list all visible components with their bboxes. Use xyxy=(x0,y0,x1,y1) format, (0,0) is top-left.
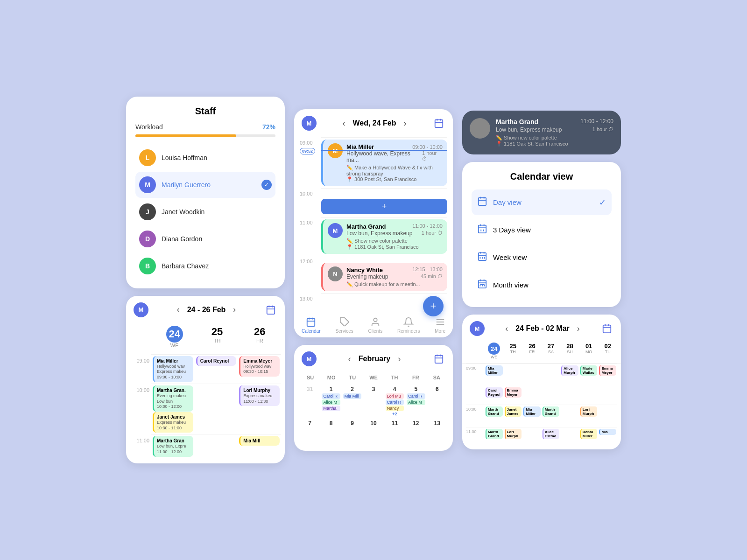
week-appt[interactable]: Alice Murph xyxy=(561,365,578,376)
top-card-avatar xyxy=(470,118,490,139)
prev-day-btn[interactable]: ‹ xyxy=(339,118,348,129)
appt-block[interactable]: Martha Gran Low bun, Expre 11:00 - 12:00 xyxy=(153,436,193,456)
prev-month-btn[interactable]: ‹ xyxy=(345,353,354,365)
nav-reminders[interactable]: Reminders xyxy=(397,317,420,334)
cal-icon[interactable] xyxy=(432,352,445,365)
week-appt[interactable]: Mia xyxy=(599,429,616,435)
staff-item-selected[interactable]: M Marilyn Guerrero ✓ xyxy=(135,172,275,198)
nav-more[interactable]: More xyxy=(435,317,445,334)
staff-list: L Louisa Hoffman M Marilyn Guerrero ✓ J … xyxy=(135,145,275,279)
month-panel: M ‹ February › SU MO TU WE TH FR SA xyxy=(294,345,453,451)
wday-27: 27 SA xyxy=(542,343,561,359)
appt-block[interactable]: Mia Mill xyxy=(239,436,280,446)
month-cell-8[interactable]: 8 xyxy=(321,419,341,445)
cell-num: 10 xyxy=(364,420,382,427)
next-day-btn[interactable]: › xyxy=(401,118,409,129)
month-cell-5[interactable]: 5 Carol R Alice M xyxy=(406,385,426,417)
appt-name: Emma Meyer xyxy=(507,388,518,397)
week-cal-icon[interactable] xyxy=(600,322,613,335)
week-appt[interactable]: Alice Estrad xyxy=(543,429,560,439)
prev-btn[interactable]: ‹ xyxy=(174,304,183,315)
week-appt[interactable]: Debra Miller xyxy=(580,429,598,439)
nav-calendar[interactable]: Calendar xyxy=(302,317,321,334)
nav-clients-label: Clients xyxy=(368,329,383,334)
staff-item[interactable]: J Janet Woodkin xyxy=(135,199,275,225)
appt-block[interactable]: Martha Gran. Evening makeu Low bun 10:00… xyxy=(153,385,193,412)
week-appt[interactable]: Marth Grand xyxy=(543,406,560,417)
week-appt[interactable]: Marth Grand xyxy=(486,406,503,417)
week-appt[interactable]: Janet James xyxy=(505,406,522,417)
month-cell-6[interactable]: 6 xyxy=(427,385,447,417)
time-row-12: 12:00 N Nancy White 12:15 - 13:00 Evenin… xyxy=(300,256,447,293)
top-card: Martha Grand 11:00 - 12:00 Low bun, Expr… xyxy=(462,111,621,154)
appt-card-mia[interactable]: M Mia Miller 09:00 - 10:00 Hollywood wav… xyxy=(321,140,447,186)
week-appt[interactable]: Emma Meyer xyxy=(599,365,616,376)
add-appointment-btn[interactable]: + xyxy=(321,199,447,214)
svg-rect-21 xyxy=(479,198,486,206)
month-cell-10[interactable]: 10 xyxy=(363,419,383,445)
staff-item[interactable]: D Diana Gordon xyxy=(135,226,275,252)
appt-block[interactable]: Lori Murphy Express makeu 11:00 - 11:30 xyxy=(239,385,280,406)
next-month-btn[interactable]: › xyxy=(395,353,403,365)
month-cell-2[interactable]: 2 Mia Mill xyxy=(342,385,362,417)
month-cell-11[interactable]: 11 xyxy=(385,419,405,445)
cal-view-3days[interactable]: 3 Days view xyxy=(472,217,612,243)
month-cell-9[interactable]: 9 xyxy=(342,419,362,445)
staff-item[interactable]: L Louisa Hoffman xyxy=(135,145,275,171)
calendar-toggle-icon[interactable] xyxy=(432,117,445,130)
week-appt[interactable]: Lori Murph xyxy=(505,429,522,439)
top-card-info: Martha Grand 11:00 - 12:00 Low bun, Expr… xyxy=(496,118,613,147)
staff-item[interactable]: B Barbara Chavez xyxy=(135,253,275,279)
nav-clients[interactable]: Clients xyxy=(368,317,383,334)
month-cell-3[interactable]: 3 xyxy=(363,385,383,417)
appt-block[interactable]: Mia Miller Hollywood wav Express makeu 0… xyxy=(153,356,193,382)
month-cell-7[interactable]: 7 xyxy=(300,419,320,445)
wslot-3-10: Marth Grand xyxy=(542,405,561,427)
week-appt[interactable]: Marie Wallac xyxy=(580,365,598,376)
month-cell-1[interactable]: 1 Carol R Alice M Martha xyxy=(321,385,341,417)
month-cell-12[interactable]: 12 xyxy=(406,419,426,445)
next-week-btn[interactable]: › xyxy=(574,323,583,335)
week-appt[interactable]: Emma Meyer xyxy=(505,387,522,398)
next-btn[interactable]: › xyxy=(230,304,239,315)
day-hdr-tu: TU xyxy=(342,373,363,382)
cal-view-day[interactable]: Day view ✓ xyxy=(472,189,612,215)
week-appt[interactable]: Carol Reynol xyxy=(486,387,503,398)
time-indicator-badge: 09:52 xyxy=(300,148,315,154)
appt-name: Lori Murphy xyxy=(243,387,277,393)
wslot-5-10: Lori Murph xyxy=(579,405,599,427)
week-appt[interactable]: Mia Miller xyxy=(486,365,503,376)
month-cell-31[interactable]: 31 xyxy=(300,385,320,417)
month-cell-4[interactable]: 4 Lori Mu Carol R Nancy +2 xyxy=(385,385,405,417)
appt-block[interactable]: Janet James Express makeu 10:30 - 11:00 xyxy=(153,412,193,433)
appt-card-nancy[interactable]: N Nancy White 12:15 - 13:00 Evening make… xyxy=(321,263,447,291)
prev-week-btn[interactable]: ‹ xyxy=(502,323,511,335)
nav-services-label: Services xyxy=(335,329,353,334)
week-appt[interactable]: Lori Murph xyxy=(580,406,598,417)
month-cell-13[interactable]: 13 xyxy=(427,419,447,445)
wtime-empty xyxy=(466,386,485,405)
cal-view-month[interactable]: Month view xyxy=(472,272,612,298)
appt-name: Mia Miller xyxy=(526,407,536,416)
cal-view-panel: Calendar view Day view ✓ 3 Days view Wee… xyxy=(462,162,621,307)
more-indicator[interactable]: +2 xyxy=(386,412,404,416)
appt-block[interactable]: Emma Meyer Hollywood wav 09:30 - 10:15 xyxy=(239,356,280,377)
cal-view-week[interactable]: Week view xyxy=(472,245,612,270)
month-appt: Mia Mill xyxy=(343,393,361,399)
calendar-icon[interactable] xyxy=(264,303,277,316)
appt-time: 09:00 - 10:00 xyxy=(157,375,190,380)
right-column: Martha Grand 11:00 - 12:00 Low bun, Expr… xyxy=(462,111,621,449)
wslot-3-11: Alice Estrad xyxy=(542,427,561,449)
wslot-6-10 xyxy=(598,405,617,427)
appt-block[interactable]: Carol Reynol xyxy=(196,356,237,366)
appt-mid: Hollywood wave, Express ma... 1 hour ⏱ xyxy=(346,150,443,163)
day-lbl: TH xyxy=(196,338,238,343)
svg-point-13 xyxy=(374,318,377,322)
wday-lbl: SU xyxy=(560,350,579,354)
appt-card-martha[interactable]: M Martha Grand 11:00 - 12:00 Low bun, Ex… xyxy=(321,219,447,254)
top-card-note: ✏️ Show new color palette xyxy=(496,135,613,141)
fab-add-btn[interactable]: + xyxy=(423,296,444,316)
week-appt[interactable]: Mia Miller xyxy=(523,406,541,417)
nav-services[interactable]: Services xyxy=(335,317,353,334)
week-appt[interactable]: Marth Grand xyxy=(486,429,503,439)
